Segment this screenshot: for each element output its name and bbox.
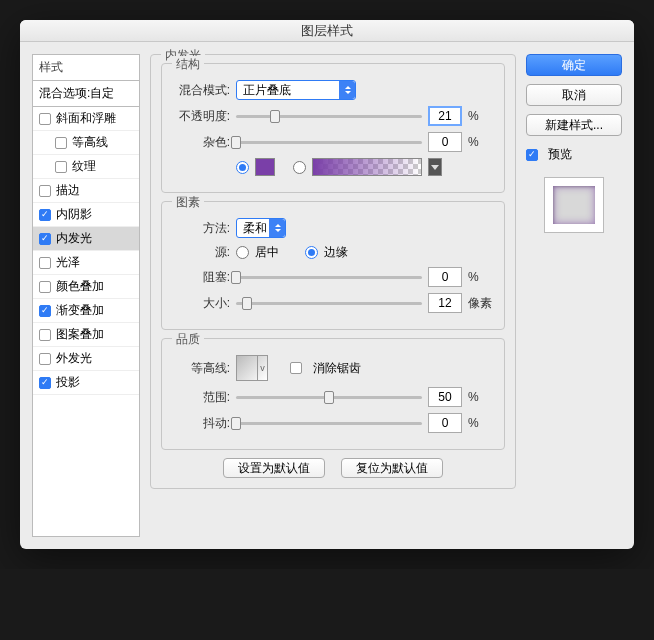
sidebar-item-label: 等高线 [72, 134, 108, 151]
style-checkbox[interactable] [39, 377, 51, 389]
choke-label: 阻塞: [172, 269, 230, 286]
style-checkbox[interactable] [39, 209, 51, 221]
inner-glow-panel: 内发光 结构 混合模式: 正片叠底 不透明度: 21 % [150, 54, 516, 489]
source-label: 源: [172, 244, 230, 261]
jitter-slider[interactable] [236, 415, 422, 431]
contour-label: 等高线: [172, 360, 230, 377]
choke-input[interactable]: 0 [428, 267, 462, 287]
sidebar-item[interactable]: 内阴影 [33, 203, 139, 227]
blend-options-row[interactable]: 混合选项:自定 [32, 81, 140, 107]
layer-style-dialog: 图层样式 样式 混合选项:自定 斜面和浮雕等高线纹理描边内阴影内发光光泽颜色叠加… [20, 20, 634, 549]
gradient-preview[interactable] [312, 158, 422, 176]
opacity-slider[interactable] [236, 108, 422, 124]
sidebar-item[interactable]: 纹理 [33, 155, 139, 179]
elements-legend: 图素 [172, 194, 204, 211]
size-input[interactable]: 12 [428, 293, 462, 313]
size-slider[interactable] [236, 295, 422, 311]
sidebar-item[interactable]: 内发光 [33, 227, 139, 251]
range-unit: % [468, 390, 494, 404]
quality-legend: 品质 [172, 331, 204, 348]
opacity-label: 不透明度: [172, 108, 230, 125]
sidebar-item-label: 描边 [56, 182, 80, 199]
antialias-checkbox[interactable] [290, 362, 302, 374]
jitter-unit: % [468, 416, 494, 430]
sidebar-item[interactable]: 渐变叠加 [33, 299, 139, 323]
source-center-radio[interactable] [236, 246, 249, 259]
method-select[interactable]: 柔和 [236, 218, 286, 238]
make-default-button[interactable]: 设置为默认值 [223, 458, 325, 478]
source-edge-label: 边缘 [324, 244, 348, 261]
range-label: 范围: [172, 389, 230, 406]
sidebar-item[interactable]: 描边 [33, 179, 139, 203]
preview-box [544, 177, 604, 233]
blend-mode-label: 混合模式: [172, 82, 230, 99]
sidebar-item[interactable]: 光泽 [33, 251, 139, 275]
opacity-unit: % [468, 109, 494, 123]
range-input[interactable]: 50 [428, 387, 462, 407]
noise-label: 杂色: [172, 134, 230, 151]
method-label: 方法: [172, 220, 230, 237]
sidebar-item-label: 外发光 [56, 350, 92, 367]
choke-unit: % [468, 270, 494, 284]
blend-mode-select[interactable]: 正片叠底 [236, 80, 356, 100]
style-checkbox[interactable] [39, 113, 51, 125]
style-checkbox[interactable] [39, 233, 51, 245]
source-edge-radio[interactable] [305, 246, 318, 259]
styles-header[interactable]: 样式 [32, 54, 140, 81]
size-unit: 像素 [468, 295, 494, 312]
chevron-down-icon[interactable]: v [257, 356, 267, 380]
opacity-input[interactable]: 21 [428, 106, 462, 126]
window-title: 图层样式 [20, 20, 634, 42]
reset-default-button[interactable]: 复位为默认值 [341, 458, 443, 478]
sidebar-item-label: 投影 [56, 374, 80, 391]
sidebar-item[interactable]: 颜色叠加 [33, 275, 139, 299]
sidebar-item-label: 图案叠加 [56, 326, 104, 343]
structure-group: 结构 混合模式: 正片叠底 不透明度: 21 % 杂色: [161, 63, 505, 193]
elements-group: 图素 方法: 柔和 源: 居中 边缘 [161, 201, 505, 330]
new-style-button[interactable]: 新建样式... [526, 114, 622, 136]
cancel-button[interactable]: 取消 [526, 84, 622, 106]
sidebar-item-label: 内阴影 [56, 206, 92, 223]
sidebar-item[interactable]: 斜面和浮雕 [33, 107, 139, 131]
source-center-label: 居中 [255, 244, 279, 261]
range-slider[interactable] [236, 389, 422, 405]
preview-checkbox[interactable] [526, 149, 538, 161]
sidebar-item[interactable]: 图案叠加 [33, 323, 139, 347]
sidebar-item[interactable]: 投影 [33, 371, 139, 395]
sidebar-item[interactable]: 等高线 [33, 131, 139, 155]
structure-legend: 结构 [172, 56, 204, 73]
ok-button[interactable]: 确定 [526, 54, 622, 76]
style-checkbox[interactable] [39, 329, 51, 341]
contour-picker[interactable]: v [236, 355, 268, 381]
gradient-radio[interactable] [293, 161, 306, 174]
quality-group: 品质 等高线: v 消除锯齿 范围: 50 % [161, 338, 505, 450]
preview-thumbnail [553, 186, 595, 224]
jitter-input[interactable]: 0 [428, 413, 462, 433]
style-checkbox[interactable] [39, 281, 51, 293]
antialias-label: 消除锯齿 [313, 360, 361, 377]
jitter-label: 抖动: [172, 415, 230, 432]
method-value: 柔和 [243, 220, 267, 237]
choke-slider[interactable] [236, 269, 422, 285]
sidebar-item-label: 渐变叠加 [56, 302, 104, 319]
preview-label: 预览 [548, 146, 572, 163]
noise-slider[interactable] [236, 134, 422, 150]
sidebar-item-label: 颜色叠加 [56, 278, 104, 295]
gradient-dropdown-icon[interactable] [428, 158, 442, 176]
style-checkbox[interactable] [39, 305, 51, 317]
style-checkbox[interactable] [55, 137, 67, 149]
style-checkbox[interactable] [39, 353, 51, 365]
color-radio[interactable] [236, 161, 249, 174]
blend-mode-value: 正片叠底 [243, 82, 291, 99]
noise-input[interactable]: 0 [428, 132, 462, 152]
color-swatch[interactable] [255, 158, 275, 176]
sidebar-item-label: 光泽 [56, 254, 80, 271]
style-checkbox[interactable] [39, 257, 51, 269]
style-checkbox[interactable] [55, 161, 67, 173]
noise-unit: % [468, 135, 494, 149]
sidebar-item-label: 斜面和浮雕 [56, 110, 116, 127]
styles-sidebar: 样式 混合选项:自定 斜面和浮雕等高线纹理描边内阴影内发光光泽颜色叠加渐变叠加图… [32, 54, 140, 537]
sidebar-item[interactable]: 外发光 [33, 347, 139, 371]
style-checkbox[interactable] [39, 185, 51, 197]
size-label: 大小: [172, 295, 230, 312]
